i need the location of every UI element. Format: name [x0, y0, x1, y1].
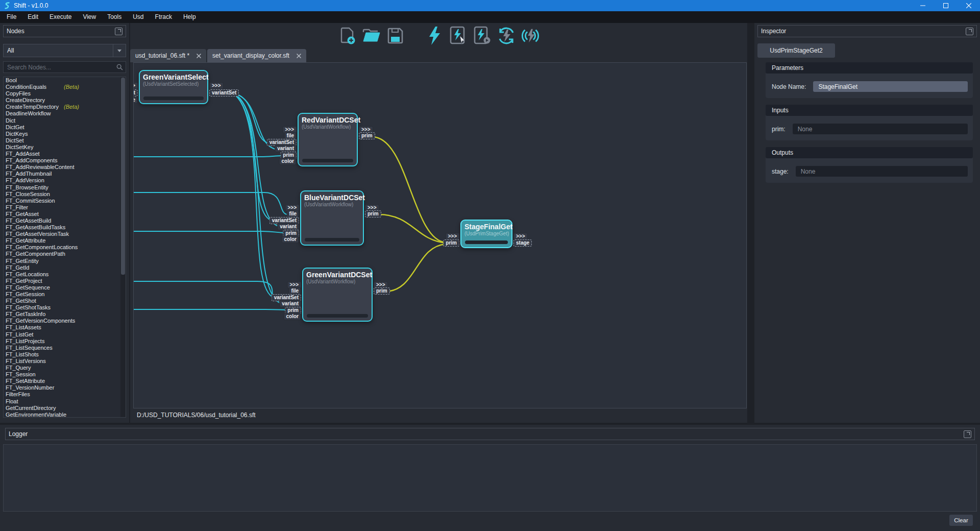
graph-node-GreenVariantDCSet[interactable]: GreenVariantDCSet(UsdVariantWorkflow) — [302, 268, 373, 322]
node-list-item[interactable]: FT_GetComponentPath — [4, 251, 126, 257]
node-list-item[interactable]: Float — [4, 398, 126, 405]
node-filter-dropdown[interactable]: All — [3, 44, 126, 57]
node-list-item[interactable]: DeadlineWorkflow — [4, 110, 126, 117]
menu-item-help[interactable]: Help — [178, 11, 202, 23]
node-list-item[interactable]: CreateTempDirectory(Beta) — [4, 104, 126, 110]
node-list-item[interactable]: FT_ListProjects — [4, 338, 126, 345]
node-list-item[interactable]: FT_CloseSession — [4, 191, 126, 198]
execute-selected-button[interactable] — [448, 25, 469, 46]
inspected-node-tab[interactable]: UsdPrimStageGet2 — [757, 43, 835, 58]
output-port-prim[interactable]: prim — [374, 287, 390, 295]
node-search-input[interactable] — [4, 63, 116, 71]
node-list-item[interactable]: FT_ListVersions — [4, 358, 126, 365]
node-list-item[interactable]: FT_GetAssetBuildTasks — [4, 224, 126, 231]
tab-close-icon[interactable] — [197, 54, 201, 58]
menu-item-ftrack[interactable]: Ftrack — [150, 11, 178, 23]
document-tab[interactable]: usd_tutorial_06.sft * — [130, 49, 206, 62]
input-port-file[interactable]: file — [133, 96, 138, 104]
clear-log-button[interactable]: Clear — [949, 515, 973, 526]
menu-item-edit[interactable]: Edit — [22, 11, 44, 23]
input-port-prim[interactable]: prim — [443, 239, 459, 247]
node-list-item[interactable]: DictSetKey — [4, 144, 126, 151]
input-port-[interactable]: >>> — [133, 82, 138, 89]
node-graph-canvas[interactable]: GreenVariantSelect(UsdVariantSetSelected… — [133, 62, 747, 408]
node-list-item[interactable]: DictGet — [4, 124, 126, 131]
new-file-button[interactable] — [337, 25, 358, 46]
node-list-item[interactable]: FT_AddVersion — [4, 177, 126, 184]
menu-item-tools[interactable]: Tools — [102, 11, 127, 23]
node-list-item[interactable]: FT_ListAssets — [4, 324, 126, 331]
node-list-item[interactable]: FT_CommitSession — [4, 198, 126, 204]
output-port-variantSet[interactable]: variantSet — [209, 89, 239, 96]
tab-close-icon[interactable] — [297, 54, 301, 58]
node-list-item[interactable]: FT_AddComponents — [4, 157, 126, 164]
node-list-item[interactable]: FT_SetAttribute — [4, 378, 126, 384]
minimize-button[interactable] — [911, 0, 934, 11]
node-list-item[interactable]: FT_AddThumbnail — [4, 171, 126, 177]
node-list-item[interactable]: GetEnvironmentVariable — [4, 412, 126, 418]
graph-node-RedVariantDCSet[interactable]: RedVariantDCSet(UsdVariantWorkflow) — [298, 113, 358, 166]
node-list-item[interactable]: FT_BrowseEntity — [4, 184, 126, 191]
re-execute-button[interactable] — [496, 25, 517, 46]
maximize-button[interactable] — [934, 0, 957, 11]
execute-to-node-button[interactable] — [472, 25, 493, 46]
menu-item-view[interactable]: View — [77, 11, 102, 23]
graph-node-StageFinalGet[interactable]: StageFinalGet(UsdPrimStageGet) — [460, 220, 512, 248]
node-list-item[interactable]: GetCurrentDirectory — [4, 405, 126, 412]
open-file-button[interactable] — [361, 25, 382, 46]
node-list-item[interactable]: FT_GetSession — [4, 291, 126, 298]
node-list-item[interactable]: FT_VersionNumber — [4, 384, 126, 391]
output-port-[interactable]: >>> — [513, 233, 528, 240]
node-list-item[interactable]: FT_GetShotTasks — [4, 304, 126, 311]
menu-item-execute[interactable]: Execute — [44, 11, 77, 23]
node-list-item[interactable]: DictKeys — [4, 131, 126, 137]
node-list-item[interactable]: FT_AddReviewableContent — [4, 164, 126, 171]
undock-icon[interactable] — [115, 28, 122, 35]
node-list-item[interactable]: FT_Filter — [4, 204, 126, 211]
node-list-item[interactable]: FT_GetSequence — [4, 284, 126, 291]
menu-item-usd[interactable]: Usd — [127, 11, 149, 23]
input-port-color[interactable]: color — [279, 158, 297, 165]
output-port-[interactable]: >>> — [209, 82, 224, 89]
document-tab[interactable]: set_variant_display_color.sft — [207, 49, 306, 62]
graph-node-GreenVariantSelect[interactable]: GreenVariantSelect(UsdVariantSetSelected… — [139, 70, 208, 104]
scrollbar-handle[interactable] — [121, 78, 125, 275]
menu-item-file[interactable]: File — [1, 11, 22, 23]
output-port-prim[interactable]: prim — [359, 132, 375, 139]
input-port-color[interactable]: color — [282, 236, 299, 243]
chevron-down-icon[interactable] — [113, 44, 126, 57]
input-port-variantSet[interactable]: variantSet — [133, 89, 138, 96]
node-list-item[interactable]: FilterFiles — [4, 391, 126, 398]
node-list-item[interactable]: FT_ListGet — [4, 331, 126, 338]
output-port-stage[interactable]: stage — [513, 239, 532, 247]
save-file-button[interactable] — [385, 25, 406, 46]
node-list-item[interactable]: FT_GetProject — [4, 278, 126, 284]
node-list-item[interactable]: ConditionEquals(Beta) — [4, 84, 126, 90]
node-list-item[interactable]: FT_GetShot — [4, 298, 126, 304]
node-list-item[interactable]: FT_Session — [4, 371, 126, 378]
node-list-item[interactable]: FT_GetEntity — [4, 258, 126, 264]
node-list-item[interactable]: FT_GetAsset — [4, 211, 126, 218]
node-list-item[interactable]: FT_GetComponentLocations — [4, 244, 126, 251]
undock-icon[interactable] — [966, 28, 973, 35]
node-list-item[interactable]: FT_GetId — [4, 264, 126, 271]
graph-node-BlueVariantDCSet[interactable]: BlueVariantDCSet(UsdVariantWorkflow) — [300, 190, 364, 246]
input-port-color[interactable]: color — [284, 313, 301, 320]
input-port-[interactable]: >>> — [445, 233, 459, 240]
node-list-item[interactable]: FT_Query — [4, 365, 126, 371]
node-list-item[interactable]: FT_GetAssetBuild — [4, 218, 126, 224]
output-port-prim[interactable]: prim — [365, 210, 381, 218]
undock-icon[interactable] — [964, 430, 971, 438]
node-list-item[interactable]: FT_AddAsset — [4, 151, 126, 157]
node-list-item[interactable]: FT_GetLocations — [4, 271, 126, 278]
node-list-item[interactable]: FT_GetTaskInfo — [4, 311, 126, 318]
node-list-item[interactable]: CreateDirectory — [4, 97, 126, 104]
node-list-item[interactable]: CopyFiles — [4, 90, 126, 97]
node-list-item[interactable]: Bool — [4, 77, 126, 84]
node-list-item[interactable]: FT_GetVersionComponents — [4, 318, 126, 324]
close-button[interactable] — [957, 0, 980, 11]
node-list-item[interactable]: DictSet — [4, 137, 126, 144]
node-list-scrollbar[interactable] — [120, 77, 126, 417]
node-list-item[interactable]: FT_GetAttribute — [4, 237, 126, 244]
live-execute-button[interactable] — [520, 25, 541, 46]
